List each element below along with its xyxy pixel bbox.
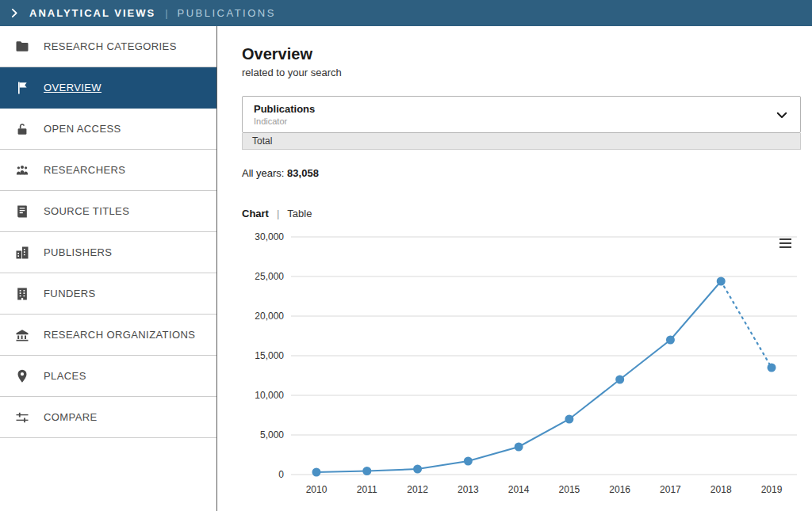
sidebar-item-label: PLACES	[44, 370, 86, 382]
open-access-lock-icon	[13, 121, 32, 137]
svg-text:15,000: 15,000	[255, 350, 284, 361]
top-bar: ANALYTICAL VIEWS | PUBLICATIONS	[0, 0, 812, 26]
sidebar-item-researchers[interactable]: RESEARCHERS	[0, 150, 216, 191]
svg-text:20,000: 20,000	[255, 311, 284, 322]
flag-icon	[13, 80, 32, 96]
sidebar-item-funders[interactable]: FUNDERS	[0, 273, 216, 315]
all-years-summary: All years: 83,058	[242, 167, 801, 179]
sidebar-item-source-titles[interactable]: SOURCE TITLES	[0, 191, 216, 232]
svg-text:2015: 2015	[559, 484, 580, 495]
svg-text:2010: 2010	[306, 484, 327, 495]
places-pin-icon	[13, 368, 32, 384]
svg-text:2013: 2013	[458, 484, 479, 495]
chart-table-tabs: Chart | Table	[242, 208, 801, 219]
topbar-separator: |	[165, 7, 167, 19]
sidebar-item-label: FUNDERS	[44, 288, 96, 299]
research-organizations-institution-icon	[13, 327, 32, 343]
funders-building-icon	[13, 286, 32, 302]
sidebar-item-overview[interactable]: OVERVIEW	[0, 67, 216, 109]
tabs-separator: |	[277, 208, 279, 219]
sidebar-item-label: COMPARE	[44, 411, 98, 423]
chevron-down-icon	[775, 108, 789, 122]
compare-icon	[13, 410, 32, 425]
topbar-section-label: PUBLICATIONS	[178, 7, 276, 19]
sidebar-item-compare[interactable]: COMPARE	[0, 397, 216, 438]
tab-chart[interactable]: Chart	[242, 208, 269, 219]
publications-line-chart: 05,00010,00015,00020,00025,00030,0002010…	[242, 226, 802, 503]
app-title: ANALYTICAL VIEWS	[29, 7, 155, 19]
indicator-dropdown-value: Publications	[254, 102, 315, 116]
svg-text:25,000: 25,000	[255, 271, 284, 282]
svg-text:2014: 2014	[508, 484, 530, 495]
all-years-label: All years:	[242, 167, 284, 179]
svg-text:2011: 2011	[357, 484, 377, 495]
analytical-views-app: ANALYTICAL VIEWS | PUBLICATIONS RESEARCH…	[0, 0, 812, 511]
sidebar-item-label: RESEARCHERS	[44, 164, 125, 176]
sidebar-item-label: SOURCE TITLES	[44, 205, 129, 217]
tab-table[interactable]: Table	[287, 208, 312, 219]
menu-chevron-icon[interactable]	[10, 8, 20, 18]
svg-text:2016: 2016	[609, 484, 630, 495]
svg-text:0: 0	[278, 469, 284, 480]
svg-text:2017: 2017	[660, 484, 681, 495]
sidebar-nav: RESEARCH CATEGORIES OVERVIEW OPEN ACCESS…	[0, 26, 217, 511]
folder-icon	[13, 39, 32, 55]
sidebar-item-label: OPEN ACCESS	[44, 123, 121, 135]
svg-text:10,000: 10,000	[255, 390, 284, 401]
indicator-total-row[interactable]: Total	[242, 133, 801, 150]
sidebar-item-label: RESEARCH ORGANIZATIONS	[44, 329, 195, 341]
sidebar-item-label: RESEARCH CATEGORIES	[44, 40, 177, 52]
sidebar-item-label: OVERVIEW	[44, 82, 102, 93]
sidebar-item-open-access[interactable]: OPEN ACCESS	[0, 109, 216, 150]
publishers-building-icon	[13, 245, 32, 261]
sidebar-item-research-categories[interactable]: RESEARCH CATEGORIES	[0, 26, 216, 67]
svg-text:2018: 2018	[710, 484, 732, 495]
page-title: Overview	[242, 45, 801, 63]
source-titles-journal-icon	[13, 204, 32, 219]
svg-text:2012: 2012	[407, 484, 428, 495]
svg-text:5,000: 5,000	[260, 429, 284, 440]
svg-text:2019: 2019	[761, 484, 783, 495]
sidebar-item-label: PUBLISHERS	[44, 246, 112, 258]
all-years-value: 83,058	[287, 167, 319, 179]
sidebar-item-research-organizations[interactable]: RESEARCH ORGANIZATIONS	[0, 315, 216, 356]
indicator-dropdown[interactable]: Publications Indicator	[242, 96, 801, 133]
researchers-people-icon	[13, 162, 32, 178]
page-subtitle: related to your search	[242, 67, 801, 78]
chart-menu-icon[interactable]	[778, 237, 793, 250]
main-content: Overview related to your search Publicat…	[218, 26, 812, 511]
indicator-dropdown-caption: Indicator	[254, 116, 315, 127]
sidebar-item-places[interactable]: PLACES	[0, 356, 216, 397]
svg-text:30,000: 30,000	[255, 231, 284, 242]
sidebar-item-publishers[interactable]: PUBLISHERS	[0, 232, 216, 273]
chart-area: 05,00010,00015,00020,00025,00030,0002010…	[242, 226, 801, 503]
